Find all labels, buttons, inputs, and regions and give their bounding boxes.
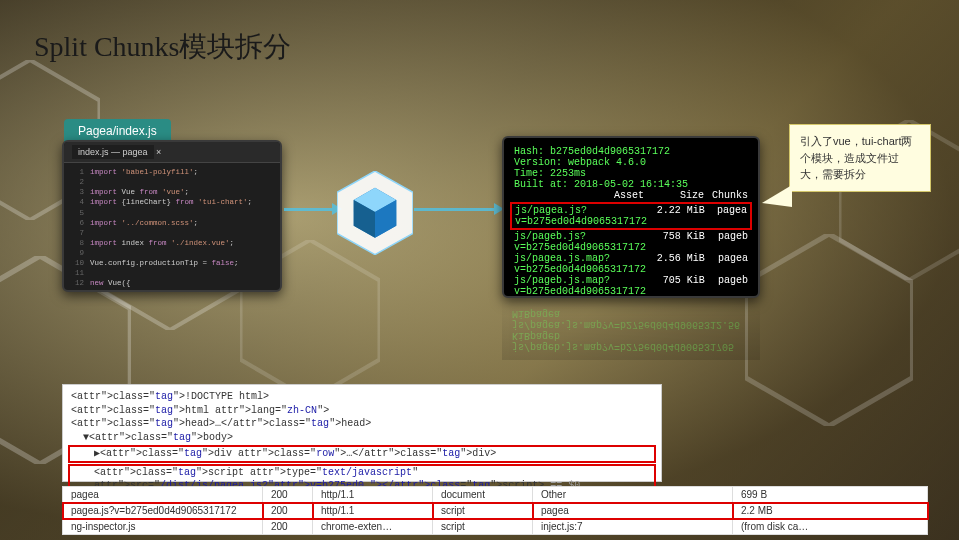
terminal-row: js/pageb.js?v=b275ed0d4d9065317172758 Ki… bbox=[514, 231, 748, 253]
code-editor: index.js — pagea × 1import 'babel-polyfi… bbox=[62, 140, 282, 292]
terminal-row: js/pageb.js.map?v=b275ed0d4d906531717270… bbox=[514, 275, 748, 297]
arrow-icon bbox=[414, 208, 496, 211]
terminal-row: js/pagea.js?v=b275ed0d4d90653171722.22 M… bbox=[510, 202, 752, 230]
network-row: pagea200http/1.1documentOther699 B bbox=[63, 487, 928, 503]
network-row: ng-inspector.js200chrome-exten…scriptinj… bbox=[63, 519, 928, 535]
webpack-logo-icon bbox=[337, 171, 413, 255]
terminal-reflection: js/pageb.js.map?v=b275ed0d4d906531705 Ki… bbox=[502, 300, 760, 360]
devtools-elements-panel: <attr">class="tag">!DOCTYPE html><attr">… bbox=[62, 384, 662, 482]
network-row: pagea.js?v=b275ed0d4d9065317172200http/1… bbox=[63, 503, 928, 519]
terminal-row: js/pagea.js.map?v=b275ed0d4d90653171722.… bbox=[514, 253, 748, 275]
annotation-callout: 引入了vue，tui-chart两个模块，造成文件过大，需要拆分 bbox=[789, 124, 931, 192]
devtools-network-table: pagea200http/1.1documentOther699 Bpagea.… bbox=[62, 486, 928, 535]
editor-tab: index.js — pagea × bbox=[64, 142, 280, 163]
terminal-output: Hash: b275ed0d4d9065317172 Version: webp… bbox=[502, 136, 760, 298]
slide-title: Split Chunks模块拆分 bbox=[34, 28, 291, 66]
arrow-icon bbox=[284, 208, 334, 211]
